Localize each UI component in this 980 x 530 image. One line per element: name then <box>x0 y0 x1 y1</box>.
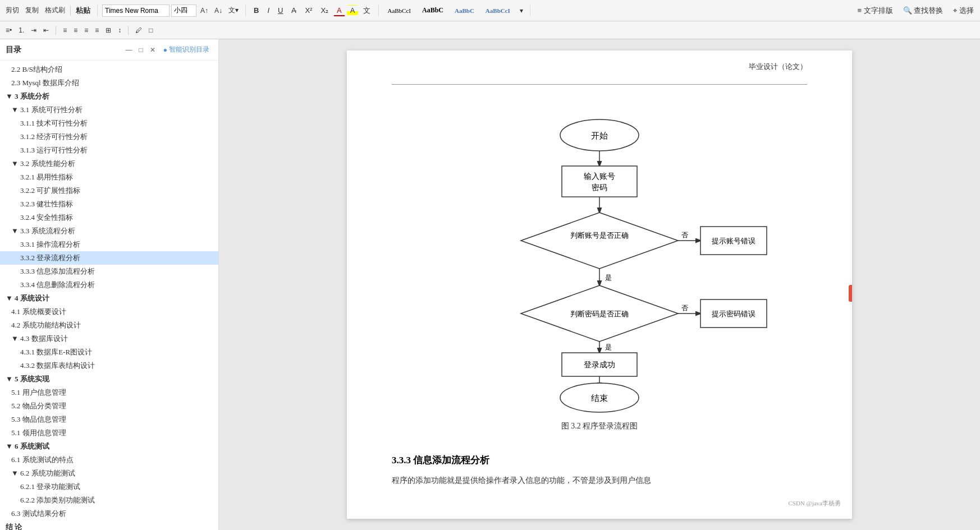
doc-area[interactable]: 毕业设计（论文） 开始 输入账号 密码 <box>219 39 980 530</box>
search-icon: 🔍 <box>903 6 912 15</box>
section-body-text: 程序的添加功能就是提供给操作者录入信息的功能，不管是涉及到用户信息 <box>392 476 651 485</box>
decrease-font-button[interactable]: A↓ <box>212 6 225 16</box>
toc-item-6[interactable]: ▼ 6 系统测试 <box>0 440 218 453</box>
scroll-indicator[interactable] <box>849 285 852 302</box>
toc-item-3.3[interactable]: ▼ 3.3 系统流程分析 <box>0 224 218 238</box>
toc-item-5[interactable]: ▼ 5 系统实现 <box>0 372 218 386</box>
numbering-button[interactable]: 1. <box>16 25 26 35</box>
select-button[interactable]: ⌖ 选择 <box>950 4 977 17</box>
font-color-button[interactable]: A <box>333 5 345 16</box>
svg-text:判断密码是否正确: 判断密码是否正确 <box>570 310 629 318</box>
toc-item-3[interactable]: ▼ 3 系统分析 <box>0 90 218 103</box>
font-name-input[interactable] <box>102 4 170 17</box>
sidebar-header: 目录 — □ ✕ ● 智能识别目录 <box>0 39 218 61</box>
toc-item-3.1.1[interactable]: 3.1.1 技术可行性分析 <box>0 117 218 130</box>
svg-text:判断账号是否正确: 判断账号是否正确 <box>570 231 629 239</box>
styles-group: AaBbCcI AaBbC AaBbC AaBbCcI ▾ <box>383 5 530 16</box>
sidebar-expand-button[interactable]: □ <box>137 45 145 55</box>
smart-catalog-button[interactable]: ● 智能识别目录 <box>160 44 213 56</box>
toc-item-3.2.3[interactable]: 3.2.3 健壮性指标 <box>0 197 218 211</box>
italic-button[interactable]: I <box>264 5 273 16</box>
flowchart-svg: 开始 输入账号 密码 判断账号是否正确 <box>420 113 779 388</box>
toc-item-3.1.3[interactable]: 3.1.3 运行可行性分析 <box>0 144 218 157</box>
style-h1[interactable]: AaBbC <box>418 5 447 16</box>
toc-item-3.3.3[interactable]: 3.3.3 信息添加流程分析 <box>0 265 218 278</box>
fig-caption: 图 3.2 程序登录流程图 <box>561 421 638 431</box>
toc-item-3.3.4[interactable]: 3.3.4 信息删除流程分析 <box>0 278 218 292</box>
svg-text:是: 是 <box>605 274 612 282</box>
toc-item-3.3.2[interactable]: 3.3.2 登录流程分析 <box>0 251 218 265</box>
svg-text:密码: 密码 <box>592 183 607 192</box>
style-normal[interactable]: AaBbCcI <box>383 6 415 15</box>
shading-button[interactable]: 🖊 <box>133 25 144 35</box>
font-size-input[interactable] <box>171 4 196 17</box>
subscript-button[interactable]: X₂ <box>317 5 332 16</box>
toc-item-4.3[interactable]: ▼ 4.3 数据库设计 <box>0 332 218 345</box>
align-left-button[interactable]: ≡ <box>61 25 69 35</box>
toc-item-6.2.1[interactable]: 6.2.1 登录功能测试 <box>0 480 218 494</box>
line-spacing-button[interactable]: ↕ <box>116 25 123 35</box>
col-layout-button[interactable]: ⊞ <box>103 25 113 35</box>
toc-item-5.3[interactable]: 5.3 物品信息管理 <box>0 413 218 426</box>
toc-item-3.2.1[interactable]: 3.2.1 易用性指标 <box>0 170 218 184</box>
toc-item-2.2[interactable]: 2.2 B/S结构介绍 <box>0 63 218 76</box>
paste-button[interactable]: 粘贴 <box>74 4 93 17</box>
toc-item-3.1[interactable]: ▼ 3.1 系统可行性分析 <box>0 103 218 117</box>
toc-item-4.2[interactable]: 4.2 系统功能结构设计 <box>0 319 218 332</box>
bold-button[interactable]: B <box>250 5 262 16</box>
toc-item-3.2[interactable]: ▼ 3.2 系统性能分析 <box>0 157 218 170</box>
toc-item-2.3[interactable]: 2.3 Mysql 数据库介绍 <box>0 76 218 90</box>
copy-button[interactable]: 复制 <box>23 4 41 16</box>
svg-text:开始: 开始 <box>591 131 608 140</box>
toc-list: 2.2 B/S结构介绍2.3 Mysql 数据库介绍▼ 3 系统分析▼ 3.1 … <box>0 61 218 530</box>
text-arrange-icon: ≡ <box>858 6 862 15</box>
toc-item-6.3[interactable]: 6.3 测试结果分析 <box>0 507 218 520</box>
font-group: A↑ A↓ 文▾ <box>102 4 246 17</box>
strikethrough-button[interactable]: A̶ <box>288 5 300 16</box>
text-effect-button[interactable]: 文 <box>360 4 374 17</box>
format-button[interactable]: 格式刷 <box>43 4 67 16</box>
highlight-button[interactable]: A <box>347 5 359 16</box>
svg-text:否: 否 <box>681 231 688 239</box>
indent-increase-button[interactable]: ⇥ <box>29 25 39 35</box>
svg-text:提示账号错误: 提示账号错误 <box>712 237 755 245</box>
find-replace-button[interactable]: 🔍 查找替换 <box>900 4 946 17</box>
cut-button[interactable]: 剪切 <box>3 4 21 16</box>
style-h2[interactable]: AaBbC <box>451 6 478 15</box>
style-h3[interactable]: AaBbCcI <box>482 6 514 15</box>
sidebar-close-button[interactable]: ✕ <box>148 45 158 55</box>
superscript-button[interactable]: X² <box>301 5 315 16</box>
more-styles-button[interactable]: ▾ <box>518 6 525 16</box>
toc-item-4.3.2[interactable]: 4.3.2 数据库表结构设计 <box>0 359 218 372</box>
indent-decrease-button[interactable]: ⇤ <box>41 25 51 35</box>
end-oval: 结束 <box>543 382 656 413</box>
toc-item-5.1b[interactable]: 5.1 领用信息管理 <box>0 426 218 440</box>
toc-item-3.2.2[interactable]: 3.2.2 可扩展性指标 <box>0 184 218 197</box>
toc-item-5.2[interactable]: 5.2 物品分类管理 <box>0 399 218 413</box>
svg-marker-7 <box>521 213 678 269</box>
align-center-button[interactable]: ≡ <box>71 25 80 35</box>
increase-font-button[interactable]: A↑ <box>198 6 210 16</box>
toc-item-4.1[interactable]: 4.1 系统概要设计 <box>0 305 218 319</box>
toc-item-5.1[interactable]: 5.1 用户信息管理 <box>0 386 218 399</box>
align-right-button[interactable]: ≡ <box>82 25 90 35</box>
sidebar-collapse-button[interactable]: — <box>123 45 135 55</box>
justify-button[interactable]: ≡ <box>93 25 101 35</box>
doc-content: 开始 输入账号 密码 判断账号是否正确 <box>392 102 807 487</box>
section-heading: 3.3.3 信息添加流程分析 <box>392 454 489 467</box>
toc-item-3.1.2[interactable]: 3.1.2 经济可行性分析 <box>0 130 218 144</box>
svg-text:是: 是 <box>605 343 612 351</box>
font-options-button[interactable]: 文▾ <box>226 4 241 16</box>
toc-item-4.3.1[interactable]: 4.3.1 数据库E-R图设计 <box>0 345 218 359</box>
toc-item-6.2.2[interactable]: 6.2.2 添加类别功能测试 <box>0 494 218 507</box>
border-button[interactable]: □ <box>146 25 155 35</box>
toc-item-3.3.1[interactable]: 3.3.1 操作流程分析 <box>0 238 218 251</box>
toc-item-conc[interactable]: 结 论 <box>0 520 218 530</box>
underline-button[interactable]: U <box>274 5 286 16</box>
toc-item-3.2.4[interactable]: 3.2.4 安全性指标 <box>0 211 218 224</box>
toc-item-6.1[interactable]: 6.1 系统测试的特点 <box>0 453 218 467</box>
toc-item-6.2[interactable]: ▼ 6.2 系统功能测试 <box>0 467 218 480</box>
text-arrange-button[interactable]: ≡ 文字排版 <box>855 4 896 17</box>
toc-item-4[interactable]: ▼ 4 系统设计 <box>0 292 218 305</box>
bullets-button[interactable]: ≡• <box>3 25 14 35</box>
